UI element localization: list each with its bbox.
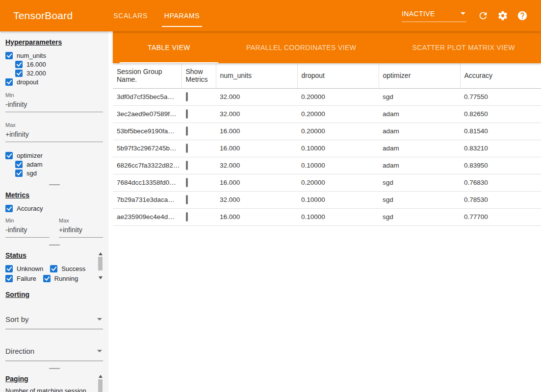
checkbox-checked-icon[interactable] <box>50 265 57 272</box>
hparam-optimizer-sgd[interactable]: sgd <box>5 169 103 177</box>
checkbox-checked-icon[interactable] <box>43 275 51 282</box>
paging-scrollbar[interactable] <box>98 375 103 392</box>
help-icon <box>517 10 528 21</box>
sort-by-dropdown[interactable]: Sort by <box>5 315 103 329</box>
tab-hparams[interactable]: HPARAMS <box>156 0 208 31</box>
session-group-name: 3df0d7cf35bec5a… <box>113 88 181 105</box>
metric-accuracy[interactable]: Accuracy <box>5 204 103 213</box>
status-unknown[interactable]: Unknown <box>5 264 43 273</box>
status-heading: Status <box>5 251 103 259</box>
status-running[interactable]: Running <box>43 274 78 283</box>
hparam-value-label: 16.000 <box>26 61 46 68</box>
col-accuracy: Accuracy <box>460 63 541 88</box>
tab-parallel-coordinates-view[interactable]: PARALLEL COORDINATES VIEW <box>218 31 384 63</box>
hparam-num-units-32[interactable]: 32.000 <box>5 69 103 77</box>
show-metrics-checkbox[interactable] <box>186 212 188 221</box>
show-metrics-checkbox[interactable] <box>186 161 188 170</box>
metric-label: Accuracy <box>17 205 43 212</box>
min-input[interactable]: -infinity <box>5 98 103 112</box>
dropout-value: 0.20000 <box>297 174 379 191</box>
checkbox-checked-icon[interactable] <box>5 205 13 212</box>
scroll-up-icon[interactable] <box>99 252 103 255</box>
checkbox-checked-icon[interactable] <box>5 78 13 86</box>
dropout-value: 0.20000 <box>297 88 379 105</box>
show-metrics-checkbox[interactable] <box>186 144 188 153</box>
num-units-value: 32.000 <box>216 157 297 174</box>
hparam-num-units-16[interactable]: 16.000 <box>5 60 103 69</box>
status-scrollbar[interactable] <box>98 252 103 283</box>
chevron-down-icon <box>97 318 102 320</box>
status-success[interactable]: Success <box>50 264 85 273</box>
session-groups-table: Session Group Name. Show Metrics num_uni… <box>113 63 541 226</box>
scrollbar-thumb[interactable] <box>98 257 103 270</box>
min-input[interactable]: -infinity <box>5 223 50 238</box>
checkbox-checked-icon[interactable] <box>15 161 23 168</box>
optimizer-value: adam <box>379 140 460 157</box>
accuracy-value: 0.77550 <box>460 88 541 105</box>
dropout-max-field: Max +infinity <box>5 122 103 142</box>
hparam-num-units[interactable]: num_units <box>5 51 103 60</box>
accuracy-value: 0.81540 <box>460 122 541 140</box>
status-label: Failure <box>17 275 36 282</box>
session-group-name: 5b97f3c2967245b… <box>113 140 181 157</box>
hparam-value-label: sgd <box>26 170 37 177</box>
num-units-value: 16.000 <box>216 140 297 157</box>
show-metrics-checkbox[interactable] <box>186 178 188 187</box>
hparams-sidebar: Hyperparameters num_units 16.000 32.000 … <box>0 31 108 392</box>
scroll-down-icon[interactable] <box>99 276 103 279</box>
hparams-view-tabs: TABLE VIEW PARALLEL COORDINATES VIEW SCA… <box>113 31 541 63</box>
tab-scalars[interactable]: SCALARS <box>105 0 156 31</box>
checkbox-checked-icon[interactable] <box>15 70 23 77</box>
checkbox-checked-icon[interactable] <box>15 61 23 68</box>
gear-icon <box>497 10 508 21</box>
scrollbar-thumb[interactable] <box>98 379 103 392</box>
tab-table-view[interactable]: TABLE VIEW <box>120 31 218 63</box>
hparam-label: num_units <box>17 52 46 59</box>
chevron-down-icon <box>461 12 465 15</box>
num-units-value: 16.000 <box>216 208 297 225</box>
checkbox-checked-icon[interactable] <box>5 152 13 159</box>
hparam-dropout[interactable]: dropout <box>5 77 103 86</box>
table-row: 53bf5bece9190fa… 16.000 0.20000 adam 0.8… <box>113 122 541 140</box>
max-input[interactable]: +infinity <box>5 128 103 142</box>
resize-handle[interactable] <box>49 368 60 369</box>
optimizer-value: adam <box>379 157 460 174</box>
checkbox-checked-icon[interactable] <box>5 275 13 282</box>
show-metrics-checkbox[interactable] <box>186 126 188 136</box>
status-failure[interactable]: Failure <box>5 274 36 283</box>
session-group-name: ae235909ec4e4d… <box>113 208 181 225</box>
checkbox-checked-icon[interactable] <box>15 170 23 177</box>
hparam-optimizer[interactable]: optimizer <box>5 151 103 160</box>
refresh-icon <box>478 10 489 21</box>
col-session-group-name: Session Group Name. <box>113 63 181 88</box>
min-label: Min <box>5 92 103 98</box>
session-group-name: 7684dcc13358fd0… <box>113 174 181 191</box>
max-input[interactable]: +infinity <box>59 223 103 238</box>
direction-value: Direction <box>5 347 34 355</box>
show-metrics-checkbox[interactable] <box>186 195 188 204</box>
show-metrics-checkbox[interactable] <box>186 92 188 101</box>
checkbox-checked-icon[interactable] <box>5 52 13 59</box>
app-title: TensorBoard <box>13 10 73 22</box>
reload-mode-dropdown[interactable]: INACTIVE <box>402 10 466 22</box>
tab-scatter-plot-matrix-view[interactable]: SCATTER PLOT MATRIX VIEW <box>384 31 541 63</box>
status-label: Unknown <box>17 265 43 272</box>
scroll-up-icon[interactable] <box>99 375 103 378</box>
help-button[interactable] <box>513 6 532 25</box>
checkbox-checked-icon[interactable] <box>5 265 13 272</box>
table-row: 3ec2aed9e07589f… 32.000 0.20000 adam 0.8… <box>113 105 541 122</box>
settings-button[interactable] <box>493 6 513 25</box>
col-optimizer: optimizer <box>379 63 460 88</box>
table-header-row: Session Group Name. Show Metrics num_uni… <box>113 63 541 88</box>
dropout-value: 0.10000 <box>297 157 379 174</box>
max-label: Max <box>59 218 103 223</box>
hparam-optimizer-adam[interactable]: adam <box>5 160 103 169</box>
resize-handle[interactable] <box>49 245 60 245</box>
optimizer-value: adam <box>379 122 460 140</box>
show-metrics-checkbox[interactable] <box>186 109 188 119</box>
optimizer-value: sgd <box>379 88 460 105</box>
col-dropout: dropout <box>297 63 379 88</box>
resize-handle[interactable] <box>49 184 60 185</box>
direction-dropdown[interactable]: Direction <box>5 347 103 361</box>
refresh-button[interactable] <box>473 6 493 25</box>
